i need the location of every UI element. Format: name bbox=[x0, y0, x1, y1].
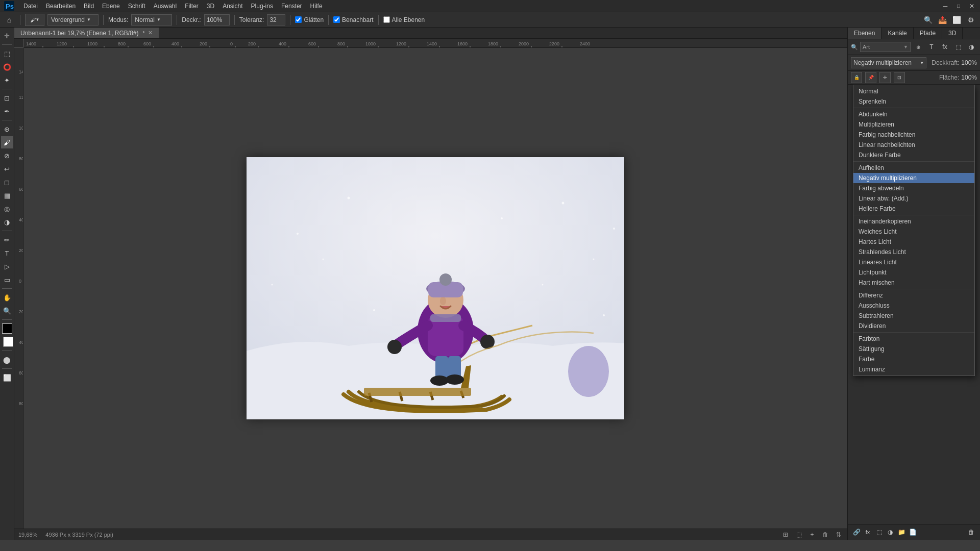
blend-option-linear-nachbelichten[interactable]: Linear nachbelichten bbox=[853, 140, 974, 150]
menu-fenster[interactable]: Fenster bbox=[277, 2, 306, 11]
type-tool[interactable]: T bbox=[1, 247, 13, 259]
artboard-icon[interactable]: ⊡ bbox=[894, 72, 905, 83]
delete-bottom-btn[interactable]: 🗑 bbox=[966, 527, 977, 538]
adj-bottom-btn[interactable]: ◑ bbox=[885, 527, 896, 538]
link-layers-btn[interactable]: 🔗 bbox=[851, 527, 862, 538]
window-close[interactable]: ✕ bbox=[966, 0, 978, 12]
menu-plugins[interactable]: Plug-ins bbox=[247, 2, 277, 11]
menu-datei[interactable]: Datei bbox=[19, 2, 42, 11]
document-tab[interactable]: Unbenannt-1 bei 19,7% (Ebene 1, RGB/8#) … bbox=[14, 28, 159, 38]
folder-btn[interactable]: 📁 bbox=[896, 527, 907, 538]
history-brush[interactable]: ↩ bbox=[1, 163, 13, 175]
new-group-btn[interactable]: T bbox=[926, 41, 937, 53]
screen-mode-btn[interactable]: ⬜ bbox=[1, 371, 13, 384]
panel-tab-kanaele[interactable]: Kanäle bbox=[881, 28, 913, 39]
grid-view-btn[interactable]: ⊞ bbox=[781, 530, 790, 539]
eraser-tool[interactable]: ◻ bbox=[1, 176, 13, 188]
foreground-color[interactable] bbox=[2, 323, 12, 334]
pin-icon[interactable]: 📌 bbox=[865, 72, 876, 83]
fx-btn[interactable]: fx bbox=[862, 527, 873, 538]
hand-tool[interactable]: ✋ bbox=[1, 291, 13, 304]
move-tool[interactable]: ✛ bbox=[1, 30, 13, 42]
lasso-tool[interactable]: ⭕ bbox=[1, 61, 13, 73]
frame-btn[interactable]: ⬜ bbox=[950, 14, 963, 26]
blend-mode-dropdown[interactable]: Negativ multiplizieren ▼ bbox=[851, 57, 926, 68]
blend-option-strahlendes-licht[interactable]: Strahlendes Licht bbox=[853, 247, 974, 257]
eyedropper-tool[interactable]: ✒ bbox=[1, 105, 13, 117]
blend-option-farbe[interactable]: Farbe bbox=[853, 354, 974, 364]
blend-option-farbton[interactable]: Farbton bbox=[853, 334, 974, 344]
menu-ansicht[interactable]: Ansicht bbox=[218, 2, 247, 11]
healing-tool[interactable]: ⊕ bbox=[1, 123, 13, 135]
search-btn[interactable]: 🔍 bbox=[922, 14, 934, 26]
crop-tool[interactable]: ⊡ bbox=[1, 92, 13, 104]
blend-option-farbig-nachbelichten[interactable]: Farbig nachbelichten bbox=[853, 130, 974, 140]
menu-hilfe[interactable]: Hilfe bbox=[306, 2, 327, 11]
blend-option-abdunkeln[interactable]: Abdunkeln bbox=[853, 109, 974, 119]
blend-option-aufhellen[interactable]: Aufhellen bbox=[853, 163, 974, 173]
blend-option-lineares-licht[interactable]: Lineares Licht bbox=[853, 257, 974, 267]
new-layer-bottom-btn[interactable]: 📄 bbox=[907, 527, 918, 538]
modus-dropdown[interactable]: Normal ▼ bbox=[131, 14, 172, 26]
path-tool[interactable]: ▷ bbox=[1, 260, 13, 272]
blend-option-multiplizieren[interactable]: Multiplizieren bbox=[853, 119, 974, 130]
shape-tool[interactable]: ▭ bbox=[1, 273, 13, 286]
dodge-tool[interactable]: ◑ bbox=[1, 216, 13, 228]
benachbart-checkbox[interactable]: Benachbart bbox=[333, 16, 373, 23]
deckraft-input[interactable]: 100% bbox=[204, 14, 230, 26]
blend-option-subtrahieren[interactable]: Subtrahieren bbox=[853, 311, 974, 321]
magic-wand-tool[interactable]: ✦ bbox=[1, 74, 13, 86]
panel-tab-pfade[interactable]: Pfade bbox=[914, 28, 942, 39]
panel-tab-3d[interactable]: 3D bbox=[942, 28, 963, 39]
home-btn[interactable]: ⌂ bbox=[3, 14, 15, 26]
tab-close-btn[interactable]: ✕ bbox=[148, 30, 153, 36]
menu-auswahl[interactable]: Auswahl bbox=[150, 2, 181, 11]
canvas-viewport[interactable] bbox=[23, 48, 847, 529]
menu-bild[interactable]: Bild bbox=[80, 2, 98, 11]
blend-option-hartes-licht[interactable]: Hartes Licht bbox=[853, 237, 974, 247]
blur-tool[interactable]: ◎ bbox=[1, 203, 13, 215]
menu-ebene[interactable]: Ebene bbox=[98, 2, 124, 11]
blend-option-farbig-abwedeln[interactable]: Farbig abwedeln bbox=[853, 183, 974, 193]
alle-ebenen-checkbox[interactable]: Alle Ebenen bbox=[383, 16, 425, 23]
workspace-btn[interactable]: ⚙ bbox=[965, 14, 977, 26]
blend-option-lichtpunkt[interactable]: Lichtpunkt bbox=[853, 267, 974, 278]
mask-bottom-btn[interactable]: ⬚ bbox=[873, 527, 885, 538]
window-maximize[interactable]: □ bbox=[952, 0, 965, 12]
menu-filter[interactable]: Filter bbox=[181, 2, 203, 11]
toleranz-input[interactable] bbox=[267, 14, 285, 26]
menu-3d[interactable]: 3D bbox=[203, 2, 218, 11]
effects-btn[interactable]: fx bbox=[939, 41, 950, 53]
new-layer-btn[interactable]: + bbox=[807, 530, 817, 539]
layer-btn[interactable]: ⬚ bbox=[794, 530, 803, 539]
mask-btn[interactable]: ⬚ bbox=[952, 41, 964, 53]
brush-tool[interactable]: 🖌 bbox=[1, 136, 13, 148]
lock-icon[interactable]: 🔒 bbox=[851, 72, 862, 83]
background-color[interactable] bbox=[3, 337, 13, 347]
adj-btn[interactable]: ◑ bbox=[966, 41, 977, 53]
blend-option-luminanz[interactable]: Luminanz bbox=[853, 364, 974, 374]
marquee-tool[interactable]: ⬚ bbox=[1, 47, 13, 60]
move-icon[interactable]: ✛ bbox=[879, 72, 891, 83]
brush-preset-dropdown[interactable]: Vordergrund ▼ bbox=[47, 14, 99, 26]
menu-bearbeiten[interactable]: Bearbeiten bbox=[42, 2, 80, 11]
blend-option-hellere-farbe[interactable]: Hellere Farbe bbox=[853, 204, 974, 214]
blend-option-differenz[interactable]: Differenz bbox=[853, 290, 974, 300]
filter-type-btn[interactable]: ⊕ bbox=[913, 41, 924, 53]
quick-mask-btn[interactable]: ⬤ bbox=[1, 354, 13, 366]
zoom-tool[interactable]: 🔍 bbox=[1, 305, 13, 317]
delete-layer-btn[interactable]: 🗑 bbox=[821, 530, 830, 539]
pen-tool[interactable]: ✏ bbox=[1, 234, 13, 246]
blend-option-weiches-licht[interactable]: Weiches Licht bbox=[853, 227, 974, 237]
gradient-tool[interactable]: ▦ bbox=[1, 189, 13, 202]
blend-option-ineinanderkopieren[interactable]: Ineinanderkopieren bbox=[853, 216, 974, 227]
blend-option-negativ-multiplizieren[interactable]: Negativ multiplizieren bbox=[853, 173, 974, 183]
blend-option-linear-abw[interactable]: Linear abw. (Add.) bbox=[853, 193, 974, 204]
blend-option-dividieren[interactable]: Dividieren bbox=[853, 321, 974, 331]
blend-option-normal[interactable]: Normal bbox=[853, 86, 974, 96]
brush-tool-btn[interactable]: 🖌 ▼ bbox=[25, 14, 44, 26]
blend-option-sprenkeln[interactable]: Sprenkeln bbox=[853, 96, 974, 107]
share-btn[interactable]: 📤 bbox=[936, 14, 948, 26]
blend-option-dunklere-farbe[interactable]: Dunklere Farbe bbox=[853, 150, 974, 160]
panel-tab-ebenen[interactable]: Ebenen bbox=[848, 28, 881, 39]
